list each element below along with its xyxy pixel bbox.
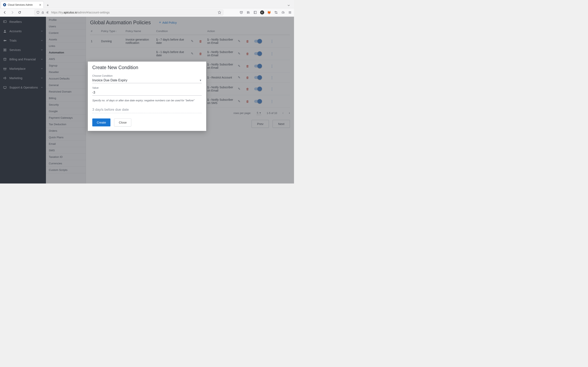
value-hint: Specify no. of days or after due date ex… (92, 99, 202, 102)
nav-forward-icon[interactable] (9, 9, 15, 15)
modal-actions: Create Close (92, 118, 202, 126)
library-icon[interactable] (246, 10, 250, 15)
extension-crop-icon[interactable] (274, 10, 278, 15)
modal-backdrop[interactable]: Create New Condition Choose Condition In… (0, 17, 294, 184)
tab-favicon-icon (3, 3, 6, 6)
svg-rect-2 (48, 11, 48, 12)
tab-close-icon[interactable]: ✕ (39, 3, 42, 7)
extensions-icon[interactable] (281, 10, 285, 15)
dropdown-caret-icon: ▼ (199, 79, 202, 82)
nav-back-icon[interactable] (2, 9, 8, 15)
permissions-icon[interactable] (46, 11, 49, 14)
browser-tab[interactable]: Cloud Services Admin ✕ (1, 1, 44, 8)
bookmark-star-icon[interactable] (218, 11, 221, 14)
pocket-icon[interactable] (239, 10, 243, 15)
field-value: Value (92, 86, 202, 96)
svg-rect-1 (46, 12, 47, 13)
close-button[interactable]: Close (114, 118, 131, 126)
toolbar-extensions: K 🦊 (239, 10, 292, 15)
field-choose-condition: Choose Condition Invoice Due Date Expiry… (92, 75, 202, 83)
lock-icon (42, 11, 44, 14)
svg-rect-0 (42, 12, 43, 13)
tab-title: Cloud Services Admin (8, 3, 33, 6)
computed-condition-display: 3 day/s before due date (92, 106, 202, 113)
nav-reload-icon[interactable] (17, 9, 22, 15)
hamburger-menu-icon[interactable] (288, 10, 292, 15)
app-root: ResellersAccountsTrialsServicesBilling a… (0, 17, 294, 184)
url-text: https://try.apiculus.io/admin/#/account-… (51, 11, 216, 14)
create-condition-modal: Create New Condition Choose Condition In… (88, 62, 206, 131)
value-input[interactable] (92, 90, 202, 96)
url-bar[interactable]: https://try.apiculus.io/admin/#/account-… (34, 9, 223, 16)
svg-rect-3 (48, 13, 48, 13)
choose-condition-value: Invoice Due Date Expiry (92, 78, 127, 82)
create-button[interactable]: Create (92, 118, 111, 126)
browser-tabbar: Cloud Services Admin ✕ + (0, 0, 294, 8)
new-tab-button[interactable]: + (45, 2, 51, 8)
browser-toolbar: https://try.apiculus.io/admin/#/account-… (0, 8, 294, 17)
shield-icon (36, 11, 39, 14)
metamask-icon[interactable]: 🦊 (267, 10, 271, 15)
reader-icon[interactable] (253, 10, 257, 15)
svg-rect-4 (254, 11, 256, 14)
tabs-dropdown-icon[interactable] (286, 2, 292, 8)
value-label: Value (92, 86, 202, 89)
browser-window: Cloud Services Admin ✕ + (0, 0, 294, 184)
account-avatar-icon[interactable]: K (260, 10, 264, 15)
choose-condition-select[interactable]: Invoice Due Date Expiry ▼ (92, 78, 202, 83)
modal-title: Create New Condition (92, 65, 202, 70)
choose-condition-label: Choose Condition (92, 75, 202, 77)
